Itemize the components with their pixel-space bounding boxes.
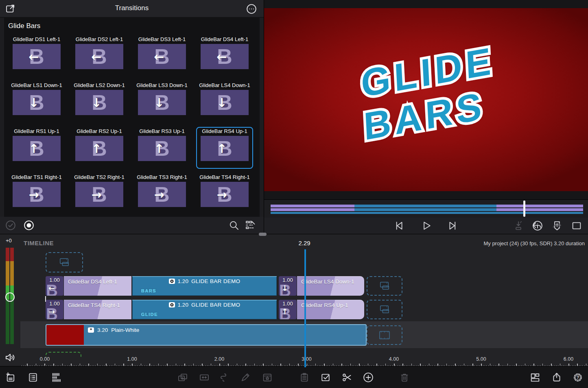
transition-tile[interactable]: GlideBar TS1 Right-1B→: [8, 173, 65, 215]
transition-tile-label: GlideBar DS4 Left-1: [197, 36, 252, 43]
audio-tracks-button[interactable]: [51, 372, 62, 383]
redo-button[interactable]: [551, 220, 563, 231]
view-options-button[interactable]: [245, 220, 256, 231]
preview-scrubber[interactable]: [264, 199, 588, 218]
effects-button[interactable]: [262, 372, 273, 383]
transition-tile-label: GlideBar RS1 Up-1: [9, 128, 64, 135]
transition-tile[interactable]: GlideBar LS4 Down-1B↓: [196, 81, 253, 123]
share-export-button[interactable]: [551, 372, 562, 383]
link-clips-button[interactable]: [218, 372, 229, 383]
transition-clip[interactable]: B ↑ 1.00: [279, 300, 297, 319]
help-settings-button[interactable]: ?: [572, 372, 584, 383]
empty-track-placeholder[interactable]: [367, 300, 402, 319]
layout-panels-icon: [529, 372, 541, 383]
insert-clip-button[interactable]: [177, 372, 188, 383]
transition-tile[interactable]: GlideBar RS1 Up-1B↑: [8, 127, 65, 169]
empty-track-placeholder[interactable]: [46, 252, 83, 272]
title-clip[interactable]: 1.20 GLIDE BAR DEMO GLIDE: [132, 300, 277, 319]
split-clip-button[interactable]: [341, 372, 352, 383]
timeline-playhead[interactable]: [304, 249, 306, 367]
transition-clip[interactable]: B ← 1.00: [46, 276, 63, 296]
transition-tile[interactable]: GlideBar DS2 Left-1B←: [71, 35, 128, 77]
transition-tile[interactable]: GlideBar TS4 Right-1B→: [196, 173, 253, 215]
panel-resize-handle[interactable]: [259, 233, 267, 236]
title-clip[interactable]: 1.20 GLIDE BAR DEMO BARS: [132, 276, 277, 296]
clip-label: Plain-White: [111, 327, 139, 333]
checkbox-icon: [320, 372, 331, 383]
timeline-ruler[interactable]: 0.001.002.003.004.005.006.00: [0, 356, 588, 363]
transition-render-clip[interactable]: GlideBar TS4 Right-1: [64, 300, 131, 319]
transition-tile[interactable]: GlideBar DS1 Left-1B←: [8, 35, 65, 77]
project-info: My project (24) (30 fps, SDR) 3.20 durat…: [483, 240, 585, 246]
transition-tile[interactable]: GlideBar DS4 Left-1B←: [196, 35, 253, 77]
record-button[interactable]: [23, 220, 35, 231]
transition-thumbnail: B↓: [138, 90, 186, 115]
film-frame-icon: [378, 330, 391, 340]
transition-tile[interactable]: GlideBar RS4 Up-1B↑: [196, 127, 253, 169]
transition-tile[interactable]: GlideBar RS3 Up-1B↑: [133, 127, 190, 169]
scrubber-overlay-track-1: [271, 205, 583, 207]
skip-to-end-button[interactable]: [447, 220, 459, 231]
clip-stack-icon: [378, 281, 391, 291]
more-options-button[interactable]: [246, 3, 257, 15]
transition-tile[interactable]: GlideBar RS2 Up-1B↑: [71, 127, 128, 169]
scrubber-playhead[interactable]: [523, 201, 525, 217]
clip-duration: 3.20: [97, 327, 108, 333]
delete-clip-button[interactable]: [399, 372, 410, 383]
skip-back-icon: [393, 220, 404, 231]
select-tool-button[interactable]: [320, 372, 331, 383]
scissors-icon: [341, 372, 352, 383]
transition-clip[interactable]: B ↓ 1.00: [279, 276, 297, 296]
new-project-button[interactable]: [5, 372, 16, 383]
direction-arrow-icon: ←: [198, 44, 246, 69]
clip-label: GlideBar TS4 Right-1: [68, 302, 120, 308]
overwrite-icon: [199, 372, 210, 383]
play-button[interactable]: [421, 220, 432, 231]
transition-tile-label: GlideBar DS3 Left-1: [134, 36, 190, 43]
main-track-clip[interactable]: * 3.20 Plain-White: [46, 324, 367, 346]
direction-arrow-icon: →: [135, 182, 183, 207]
insert-icon: [177, 372, 188, 383]
new-project-icon: [5, 372, 16, 383]
project-list-icon: [27, 372, 39, 383]
direction-arrow-icon: →: [72, 182, 120, 207]
title-badge-icon: [169, 279, 175, 284]
empty-main-track-placeholder[interactable]: [367, 325, 402, 345]
grab-frame-button[interactable]: [513, 220, 524, 231]
transition-duration: 1.00: [46, 301, 63, 307]
undo-button[interactable]: [531, 220, 542, 231]
transition-tile[interactable]: GlideBar LS2 Down-1B↓: [71, 81, 128, 123]
edit-clip-button[interactable]: [240, 372, 251, 383]
star-card-icon: [262, 372, 273, 383]
audio-level-meter: [6, 248, 14, 344]
transition-tile[interactable]: GlideBar LS1 Down-1B↓: [8, 81, 65, 123]
transition-render-clip[interactable]: GlideBar RS4 Up-1: [297, 300, 364, 319]
transition-render-clip[interactable]: GlideBar DS4 Left-1: [64, 276, 131, 296]
transition-clip[interactable]: B → 1.00: [46, 300, 63, 319]
transition-thumbnail: B←: [138, 44, 186, 69]
transition-render-clip[interactable]: GlideBar LS4 Down-1: [297, 276, 364, 296]
empty-track-placeholder[interactable]: [367, 276, 402, 296]
transition-tile[interactable]: GlideBar DS3 Left-1B←: [133, 35, 190, 77]
clip-duration: 1.20: [178, 302, 188, 308]
multiselect-button[interactable]: [5, 220, 16, 231]
project-list-button[interactable]: [27, 372, 39, 383]
transition-thumbnail: B↑: [13, 136, 61, 161]
search-button[interactable]: [228, 220, 240, 231]
master-volume-knob[interactable]: [5, 292, 15, 302]
help-gear-icon: ?: [572, 372, 584, 383]
timeline-label: TIMELINE: [24, 240, 54, 246]
fullscreen-button[interactable]: [571, 220, 582, 231]
transition-tile[interactable]: GlideBar LS3 Down-1B↓: [133, 81, 190, 123]
skip-to-start-button[interactable]: [393, 220, 404, 231]
overwrite-clip-button[interactable]: [199, 372, 210, 383]
video-viewer[interactable]: GLIDE GLIDE BARS BARS: [264, 8, 588, 191]
layout-button[interactable]: [529, 372, 541, 383]
arrow-left-icon: ←: [48, 283, 55, 292]
direction-arrow-icon: ↑: [72, 136, 120, 161]
list-view-icon: [245, 220, 256, 231]
transition-tile[interactable]: GlideBar TS2 Right-1B→: [71, 173, 128, 215]
transition-tile[interactable]: GlideBar TS3 Right-1B→: [133, 173, 190, 215]
add-clip-button[interactable]: [363, 372, 374, 383]
paste-attributes-button[interactable]: [299, 372, 310, 383]
